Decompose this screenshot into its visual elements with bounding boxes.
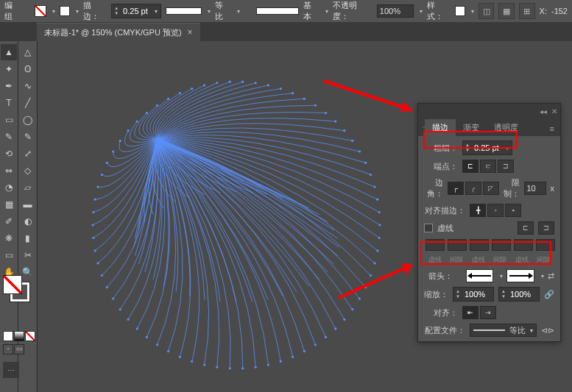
align-outside-button[interactable]: ▪ [505,204,521,217]
gradient-mode-icon[interactable] [14,331,24,341]
grid-icon[interactable]: ▦ [498,3,515,19]
limit-input[interactable] [524,182,546,195]
arrow-align-button[interactable]: ⇤ [462,306,479,319]
screen-mode-icon[interactable]: ▭ [14,344,24,354]
transform-icon[interactable]: ⊞ [519,3,535,19]
style-swatch[interactable] [455,6,465,16]
stroke-style-preview[interactable] [166,7,202,15]
symbol-tool[interactable]: ❋ [1,230,17,246]
perspective-tool[interactable]: ▱ [20,179,36,196]
rectangle-tool[interactable]: ▭ [1,112,17,128]
width-tool[interactable]: ⇔ [1,163,17,179]
artwork-sphere [38,41,442,392]
gap-field[interactable] [492,239,511,251]
profile-dropdown[interactable]: 等比 ▾ [470,324,537,337]
corner-round-button[interactable]: ╭ [465,182,481,195]
fill-stroke-indicator[interactable]: ▫ ▭ ⋯ [3,272,35,378]
scale-field[interactable] [508,290,539,299]
gradient-tool[interactable]: ▬ [20,196,36,213]
none-mode-icon[interactable] [25,331,35,341]
weight-input[interactable]: ▲▼ ▾ [462,140,512,155]
pen-tool[interactable]: ✒ [1,78,17,94]
magic-wand-tool[interactable]: ✦ [1,61,17,77]
cap-projecting-button[interactable]: ⊐ [498,160,514,173]
align-center-button[interactable]: ╋ [470,204,486,217]
dash-align-button[interactable]: ⊐ [538,221,554,235]
stroke-swatch[interactable] [60,6,70,16]
rotate-tool[interactable]: ⟲ [1,146,17,162]
svg-point-46 [156,104,158,107]
fill-swatch[interactable] [35,5,46,17]
scale-start-input[interactable]: ▲▼ [453,287,494,302]
cap-round-button[interactable]: ⊂ [480,160,496,173]
graph-tool[interactable]: ▮ [20,230,36,246]
selection-tool[interactable]: ▲ [1,44,17,60]
gap-field[interactable] [536,239,555,251]
dash-field[interactable] [426,239,445,251]
tab-transparency[interactable]: 透明度 [487,119,526,136]
dash-align-button[interactable]: ⊏ [518,221,534,235]
close-icon[interactable]: × [188,27,193,38]
scale-tool[interactable]: ⤢ [20,146,36,162]
slice-tool[interactable]: ✂ [20,247,36,263]
direct-selection-tool[interactable]: △ [20,44,36,60]
curvature-tool[interactable]: ∿ [20,78,36,94]
stroke-weight-input[interactable]: ▲▼ ▾ [111,4,161,18]
document-tab[interactable]: 未标题-1* @ 150% (CMYK/GPU 预览) × [37,23,200,41]
tab-stroke[interactable]: 描边 [425,119,456,136]
chevron-down-icon[interactable]: ▾ [52,8,55,15]
mesh-tool[interactable]: ▦ [1,196,17,213]
artboard-tool[interactable]: ▭ [1,247,17,263]
chevron-down-icon[interactable]: ▾ [76,8,79,15]
chevron-down-icon[interactable]: ▾ [325,8,328,15]
type-tool[interactable]: T [1,95,17,111]
scale-field[interactable] [462,290,493,299]
chevron-down-icon[interactable]: ▾ [237,8,240,15]
eyedropper-tool[interactable]: ✐ [1,213,17,229]
blend-tool[interactable]: ◐ [20,213,36,229]
arrow-start-dropdown[interactable] [466,269,494,282]
swap-icon[interactable]: ⇄ [548,271,554,281]
cap-butt-button[interactable]: ⊏ [462,160,479,173]
screen-mode-icon[interactable]: ▫ [3,344,13,354]
collapse-icon[interactable]: ◂◂ [540,107,547,115]
weight-field[interactable] [472,143,503,152]
profile-value: 等比 [509,325,526,336]
link-icon[interactable]: 🔗 [544,290,554,299]
flip-icon[interactable]: ⊲⊳ [541,326,554,335]
brush-preview[interactable] [256,7,300,15]
panel-header[interactable]: ◂◂ ✕ [418,104,560,118]
shape-builder-tool[interactable]: ◔ [1,179,17,196]
corner-bevel-button[interactable]: ◸ [483,182,499,195]
gap-field[interactable] [448,239,467,251]
arrow-end-dropdown[interactable] [506,269,534,282]
chevron-down-icon[interactable]: ▾ [420,8,423,15]
align-icon[interactable]: ◫ [479,3,495,19]
opacity-input[interactable] [377,4,414,18]
panel-menu-icon[interactable]: ≡ [544,121,560,136]
line-tool[interactable]: ╱ [20,95,36,111]
svg-point-36 [92,211,94,213]
ellipse-tool[interactable]: ◯ [20,112,36,128]
color-mode-icon[interactable] [3,331,13,341]
brush-tool[interactable]: ✎ [1,129,17,145]
fill-indicator[interactable] [3,275,22,294]
scale-end-input[interactable]: ▲▼ [498,287,540,302]
dash-field[interactable] [470,239,489,251]
corner-miter-button[interactable]: ┌ [448,182,464,195]
arrow-align-button[interactable]: ⇥ [480,306,496,319]
pencil-tool[interactable]: ✎ [20,129,36,145]
align-inside-button[interactable]: ▫ [487,204,504,217]
edit-toolbar-icon[interactable]: ⋯ [3,362,19,378]
tab-gradient[interactable]: 渐变 [456,119,487,136]
dashed-checkbox[interactable] [424,224,433,232]
lasso-tool[interactable]: ʘ [20,61,36,77]
chevron-down-icon[interactable]: ▾ [471,8,474,15]
chevron-down-icon[interactable]: ▾ [208,8,211,15]
dash-field[interactable] [514,239,533,251]
free-transform-tool[interactable]: ◇ [20,163,36,179]
svg-point-51 [216,82,218,84]
svg-point-33 [94,249,96,252]
close-icon[interactable]: ✕ [551,107,557,115]
stroke-weight-field[interactable] [121,7,152,15]
